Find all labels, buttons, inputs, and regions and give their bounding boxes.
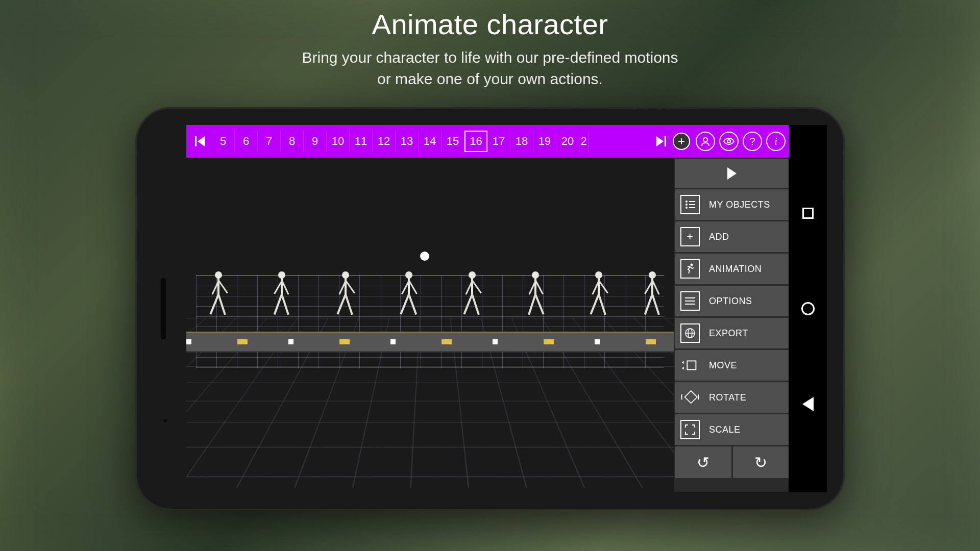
svg-rect-5 xyxy=(689,204,695,205)
skip-end-icon xyxy=(656,136,666,146)
frame-cell[interactable]: 8 xyxy=(281,131,304,152)
frame-cell[interactable]: 13 xyxy=(396,131,419,152)
svg-rect-9 xyxy=(685,297,695,298)
options-button[interactable]: OPTIONS xyxy=(675,286,789,316)
svg-point-4 xyxy=(685,204,688,206)
tool-label: MOVE xyxy=(709,360,737,371)
export-button[interactable]: EXPORT xyxy=(675,318,789,348)
square-icon xyxy=(802,208,814,219)
svg-point-2 xyxy=(685,201,688,203)
profile-button[interactable] xyxy=(696,132,715,151)
move-button[interactable]: MOVE xyxy=(675,350,789,381)
help-button[interactable]: ? xyxy=(743,132,762,151)
svg-rect-7 xyxy=(689,207,695,208)
frame-cell[interactable]: 15 xyxy=(442,131,464,152)
plus-icon: + xyxy=(680,227,700,246)
frame-cell[interactable]: 10 xyxy=(327,131,350,152)
frame-cell[interactable]: 20 xyxy=(556,131,579,152)
main-row: MY OBJECTS + ADD ANIMATION OPTIONS xyxy=(186,158,789,492)
skeleton-frame xyxy=(459,271,485,333)
skip-end-button[interactable] xyxy=(651,131,671,152)
svg-rect-10 xyxy=(685,300,695,302)
phone-frame: 5 6 7 8 9 10 11 12 13 14 15 16 17 18 19 … xyxy=(135,107,845,510)
tool-label: SCALE xyxy=(709,424,741,435)
skeleton-frame xyxy=(523,271,548,333)
svg-rect-16 xyxy=(685,391,697,403)
skeleton-frame xyxy=(206,271,231,333)
svg-point-0 xyxy=(703,138,707,142)
tool-label: ADD xyxy=(709,232,729,242)
info-button[interactable]: i xyxy=(766,132,786,151)
frame-cell[interactable]: 18 xyxy=(510,131,533,152)
road-strip xyxy=(186,332,674,352)
rotate-icon xyxy=(680,388,700,407)
frame-cell[interactable]: 7 xyxy=(258,131,281,152)
svg-rect-3 xyxy=(689,201,695,202)
frame-cell[interactable]: 9 xyxy=(304,131,327,152)
phone-camera xyxy=(163,418,168,423)
skip-start-button[interactable] xyxy=(189,131,210,152)
info-icon: i xyxy=(774,136,777,147)
scale-button[interactable]: SCALE xyxy=(675,414,789,445)
skeleton-frame xyxy=(396,271,422,333)
circle-icon xyxy=(801,302,815,315)
undo-button[interactable]: ↺ xyxy=(675,446,731,478)
scale-icon xyxy=(680,420,700,439)
frame-cell-partial[interactable]: 2 xyxy=(579,131,589,152)
svg-point-1 xyxy=(727,140,730,143)
frame-cell[interactable]: 6 xyxy=(235,131,258,152)
phone-speaker xyxy=(161,278,166,339)
svg-point-6 xyxy=(685,207,688,209)
skeleton-frame xyxy=(333,271,358,333)
frame-cell[interactable]: 17 xyxy=(487,131,510,152)
plus-icon: + xyxy=(673,133,690,150)
profile-icon xyxy=(700,136,710,146)
globe-icon xyxy=(680,323,700,343)
page-title: Animate character xyxy=(0,8,980,41)
undo-icon: ↺ xyxy=(697,454,709,471)
frame-cell[interactable]: 11 xyxy=(350,131,373,152)
page-subtitle: Bring your character to life with our pr… xyxy=(0,47,980,90)
tool-label: OPTIONS xyxy=(709,296,752,307)
svg-point-8 xyxy=(691,264,693,266)
undo-redo-row: ↺ ↻ xyxy=(675,446,789,478)
nav-recent-button[interactable] xyxy=(801,206,815,220)
list-icon xyxy=(680,195,700,214)
rotate-button[interactable]: ROTATE xyxy=(675,382,789,413)
skeleton-frame xyxy=(586,271,611,333)
frame-cell[interactable]: 19 xyxy=(533,131,556,152)
nav-back-button[interactable] xyxy=(801,397,815,411)
frame-cell[interactable]: 5 xyxy=(212,131,235,152)
my-objects-button[interactable]: MY OBJECTS xyxy=(675,189,789,220)
eye-icon xyxy=(723,138,734,145)
options-icon xyxy=(680,291,700,311)
tool-label: EXPORT xyxy=(709,328,748,339)
frame-cell-current[interactable]: 16 xyxy=(464,131,487,152)
redo-button[interactable]: ↻ xyxy=(733,446,789,478)
timeline-bar: 5 6 7 8 9 10 11 12 13 14 15 16 17 18 19 … xyxy=(186,125,789,158)
triangle-icon xyxy=(802,397,814,411)
android-nav-bar xyxy=(789,125,827,492)
nav-home-button[interactable] xyxy=(801,302,815,316)
view-button[interactable] xyxy=(719,132,739,151)
app-area: 5 6 7 8 9 10 11 12 13 14 15 16 17 18 19 … xyxy=(186,125,789,492)
runner-icon xyxy=(680,259,700,279)
tool-label: ROTATE xyxy=(709,392,746,403)
tool-label: MY OBJECTS xyxy=(709,199,770,210)
skip-start-icon xyxy=(195,136,205,146)
svg-rect-15 xyxy=(687,361,696,369)
skeleton-frame xyxy=(269,271,295,333)
play-button[interactable] xyxy=(675,159,789,188)
svg-rect-11 xyxy=(685,304,695,305)
frame-cell[interactable]: 14 xyxy=(419,131,442,152)
animation-button[interactable]: ANIMATION xyxy=(675,254,789,284)
frame-cell[interactable]: 12 xyxy=(373,131,396,152)
frame-strip[interactable]: 5 6 7 8 9 10 11 12 13 14 15 16 17 18 19 … xyxy=(212,130,649,153)
play-icon xyxy=(727,167,737,180)
side-panel: MY OBJECTS + ADD ANIMATION OPTIONS xyxy=(674,158,789,492)
add-button[interactable]: + ADD xyxy=(675,221,789,252)
road-markings xyxy=(186,339,674,344)
skeleton-frame xyxy=(640,271,665,333)
viewport-3d[interactable] xyxy=(186,158,674,492)
add-frame-button[interactable]: + xyxy=(671,131,692,152)
